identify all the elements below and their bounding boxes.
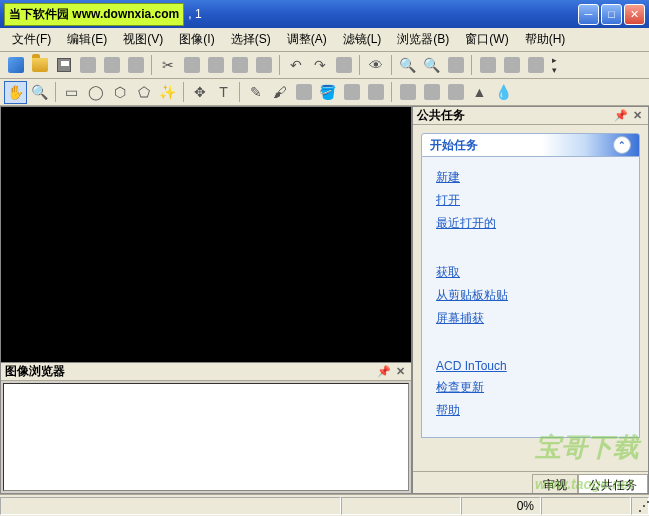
camera-icon[interactable] [124, 54, 147, 77]
tab-review[interactable]: 审视 [532, 474, 578, 493]
layers-icon[interactable] [524, 54, 547, 77]
task-link-open[interactable]: 打开 [436, 192, 625, 209]
status-cell-4 [541, 497, 631, 515]
clipboard-icon[interactable] [252, 54, 275, 77]
zoom-in-icon[interactable]: 🔍 [396, 54, 419, 77]
menu-bar: 文件(F) 编辑(E) 视图(V) 图像(I) 选择(S) 调整(A) 滤镜(L… [0, 28, 649, 52]
menu-image[interactable]: 图像(I) [171, 29, 222, 50]
clone-icon[interactable] [420, 81, 443, 104]
select-poly-icon[interactable]: ⬠ [132, 81, 155, 104]
task-link-screen-cap[interactable]: 屏幕捕获 [436, 310, 625, 327]
print-icon[interactable] [76, 54, 99, 77]
image-browser-title: 图像浏览器 [5, 363, 377, 380]
task-link-help[interactable]: 帮助 [436, 402, 625, 419]
hand-tool-icon[interactable]: ✋ [4, 81, 27, 104]
tasks-tabs: 审视 公共任务 [413, 471, 648, 493]
pencil-icon[interactable]: ✎ [244, 81, 267, 104]
status-message [0, 497, 341, 515]
tasks-pane: 公共任务 📌 ✕ 开始任务 ⌃ 新建 打开 最近打开的 获取 从剪贴板粘贴 屏幕… [412, 106, 649, 494]
pin-icon[interactable]: 📌 [377, 365, 391, 378]
left-pane: 图像浏览器 📌 ✕ [0, 106, 412, 494]
copy-icon[interactable] [180, 54, 203, 77]
menu-edit[interactable]: 编辑(E) [59, 29, 115, 50]
tasks-body: 开始任务 ⌃ 新建 打开 最近打开的 获取 从剪贴板粘贴 屏幕捕获 ACD In… [413, 125, 648, 471]
magic-wand-icon[interactable]: ✨ [156, 81, 179, 104]
task-section-body: 新建 打开 最近打开的 获取 从剪贴板粘贴 屏幕捕获 ACD InTouch 检… [421, 157, 640, 438]
menu-select[interactable]: 选择(S) [223, 29, 279, 50]
task-link-update[interactable]: 检查更新 [436, 379, 625, 396]
scan-icon[interactable] [100, 54, 123, 77]
status-percent: 0% [461, 497, 541, 515]
home-icon[interactable] [4, 54, 27, 77]
status-cell-2 [341, 497, 461, 515]
tab-public-tasks[interactable]: 公共任务 [578, 474, 648, 493]
save-icon[interactable] [52, 54, 75, 77]
title-badge: 当下软件园 www.downxia.com [4, 3, 184, 26]
tasks-pin-icon[interactable]: 📌 [614, 109, 628, 122]
collapse-icon[interactable]: ⌃ [613, 136, 631, 154]
menu-help[interactable]: 帮助(H) [517, 29, 574, 50]
rulers-icon[interactable] [500, 54, 523, 77]
image-browser-body[interactable] [3, 383, 409, 491]
task-link-acquire[interactable]: 获取 [436, 264, 625, 281]
menu-window[interactable]: 窗口(W) [457, 29, 516, 50]
panel-close-icon[interactable]: ✕ [393, 365, 407, 378]
select-rect-icon[interactable]: ▭ [60, 81, 83, 104]
tasks-title: 公共任务 [417, 107, 614, 124]
task-link-paste-clip[interactable]: 从剪贴板粘贴 [436, 287, 625, 304]
select-lasso-icon[interactable]: ⬡ [108, 81, 131, 104]
image-browser-header: 图像浏览器 📌 ✕ [1, 363, 411, 381]
maximize-button[interactable]: □ [601, 4, 622, 25]
paste-icon[interactable] [204, 54, 227, 77]
title-bar: 当下软件园 www.downxia.com , 1 ─ □ ✕ [0, 0, 649, 28]
minimize-button[interactable]: ─ [578, 4, 599, 25]
menu-adjust[interactable]: 调整(A) [279, 29, 335, 50]
redo-icon[interactable]: ↷ [308, 54, 331, 77]
brush-icon[interactable]: 🖌 [268, 81, 291, 104]
open-icon[interactable] [28, 54, 51, 77]
task-link-new[interactable]: 新建 [436, 169, 625, 186]
paste-new-icon[interactable] [228, 54, 251, 77]
blur-icon[interactable]: 💧 [492, 81, 515, 104]
resize-grip-icon[interactable]: ⋰ [631, 497, 649, 515]
tasks-close-icon[interactable]: ✕ [630, 109, 644, 122]
select-ellipse-icon[interactable]: ◯ [84, 81, 107, 104]
menu-file[interactable]: 文件(F) [4, 29, 59, 50]
toolbar-main: ✂ ↶ ↷ 👁 🔍 🔍 ▸▾ [0, 52, 649, 79]
menu-browser[interactable]: 浏览器(B) [389, 29, 457, 50]
menu-filter[interactable]: 滤镜(L) [335, 29, 390, 50]
task-link-acd[interactable]: ACD InTouch [436, 359, 625, 373]
canvas[interactable] [1, 107, 411, 362]
revert-icon[interactable] [332, 54, 355, 77]
grid-icon[interactable] [476, 54, 499, 77]
eyedropper-icon[interactable] [396, 81, 419, 104]
close-button[interactable]: ✕ [624, 4, 645, 25]
zoom-tool-icon[interactable]: 🔍 [28, 81, 51, 104]
preview-icon[interactable]: 👁 [364, 54, 387, 77]
fill-icon[interactable]: 🪣 [316, 81, 339, 104]
toolbar-overflow-icon[interactable]: ▸▾ [548, 55, 560, 75]
task-section-title: 开始任务 [430, 137, 613, 154]
eraser-icon[interactable] [364, 81, 387, 104]
smudge-icon[interactable] [444, 81, 467, 104]
zoom-out-icon[interactable]: 🔍 [420, 54, 443, 77]
move-tool-icon[interactable]: ✥ [188, 81, 211, 104]
image-browser-panel: 图像浏览器 📌 ✕ [1, 362, 411, 493]
text-tool-icon[interactable]: T [212, 81, 235, 104]
window-controls: ─ □ ✕ [578, 4, 645, 25]
zoom-fit-icon[interactable] [444, 54, 467, 77]
gradient-icon[interactable] [340, 81, 363, 104]
tasks-header: 公共任务 📌 ✕ [413, 107, 648, 125]
undo-icon[interactable]: ↶ [284, 54, 307, 77]
cut-icon[interactable]: ✂ [156, 54, 179, 77]
airbrush-icon[interactable] [292, 81, 315, 104]
toolbar-tools: ✋ 🔍 ▭ ◯ ⬡ ⬠ ✨ ✥ T ✎ 🖌 🪣 ▲ 💧 [0, 79, 649, 106]
sharpen-icon[interactable]: ▲ [468, 81, 491, 104]
main-area: 图像浏览器 📌 ✕ 公共任务 📌 ✕ 开始任务 ⌃ 新建 打 [0, 106, 649, 494]
task-link-recent[interactable]: 最近打开的 [436, 215, 625, 232]
status-bar: 0% ⋰ [0, 494, 649, 516]
task-section-header: 开始任务 ⌃ [421, 133, 640, 157]
title-suffix: , 1 [188, 7, 578, 21]
menu-view[interactable]: 视图(V) [115, 29, 171, 50]
